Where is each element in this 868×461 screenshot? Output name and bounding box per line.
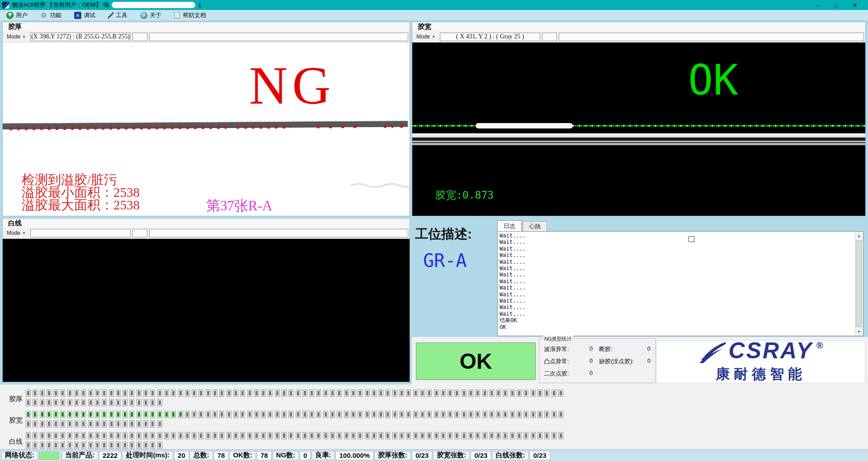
mode-dropdown[interactable]: Mode▼ — [414, 33, 438, 41]
indicator-cell — [254, 432, 259, 439]
indicator-cell — [185, 432, 190, 439]
indicator-cell — [552, 390, 557, 397]
log-checkbox[interactable] — [689, 236, 694, 242]
indicator-cell — [552, 411, 557, 418]
ng-stats-groupbox: NG类型统计 波浪异常:0断胶:0凸点异常:0缺胶(没点胶):0二次点胶:0 — [539, 338, 656, 383]
indicator-cell — [53, 442, 58, 449]
indicator-cell — [544, 390, 549, 397]
mode-dropdown[interactable]: Mode▼ — [4, 229, 28, 238]
toolbar-box — [149, 33, 408, 41]
log-scrollbar[interactable]: ▲ ▼ — [855, 232, 863, 335]
indicator-cell — [143, 399, 148, 406]
indicator-cell — [150, 442, 155, 449]
scroll-up-icon[interactable]: ▲ — [855, 232, 863, 239]
menu-bar: 用户功能调试工具关于帮助文档 — [0, 10, 868, 21]
indicator-cell — [192, 411, 197, 418]
pixel-readout: (X 398,Y 1272) : (R 255,G 255,B 255) — [30, 33, 131, 41]
menu-item-label: 调试 — [84, 11, 95, 19]
indicator-cell — [116, 442, 121, 449]
indicator-cell — [123, 390, 127, 397]
status-label: 处理时间(ms): — [122, 451, 173, 460]
log-list[interactable]: ▲ ▼ Wait....Wait....Wait....Wait....Wait… — [497, 231, 863, 336]
indicator-cell — [309, 432, 314, 439]
baixian-image-view[interactable] — [3, 239, 410, 382]
log-line: 结果OK — [500, 317, 854, 323]
status-value: 0/23 — [529, 451, 550, 460]
indicator-cell — [358, 411, 363, 418]
indicator-cell — [268, 390, 273, 397]
indicator-cell — [157, 420, 162, 428]
menu-item-about[interactable]: 关于 — [138, 10, 166, 20]
indicator-cell — [129, 420, 134, 428]
status-label: OK数: — [229, 451, 256, 460]
log-line: Wait.... — [500, 285, 854, 291]
result-ok-button[interactable]: OK — [416, 342, 536, 380]
status-label: 白线张数: — [492, 451, 528, 460]
indicator-cell — [316, 390, 321, 397]
log-tab-bar: 日志心跳 — [497, 220, 863, 231]
menu-item-debug[interactable]: 调试 — [72, 10, 100, 20]
menu-item-help[interactable]: 帮助文档 — [172, 10, 211, 20]
indicator-cell — [88, 411, 93, 418]
tab-heartbeat[interactable]: 心跳 — [523, 221, 547, 231]
jiaohou-image-view[interactable]: NG 检测到溢胶/脏污 溢胶最小面积：2538 溢胶最大面积：2538 第37张… — [3, 43, 410, 216]
indicator-cell — [129, 390, 134, 397]
maximize-button[interactable]: □ — [826, 0, 845, 10]
indicator-cell — [378, 390, 383, 397]
indicator-cell — [399, 390, 404, 397]
indicator-cell — [123, 442, 127, 449]
log-line: Wait.... — [500, 246, 854, 252]
indicator-cell — [434, 411, 439, 418]
indicator-cell — [454, 390, 459, 397]
logo-swoosh-icon — [698, 342, 727, 364]
indicator-cell — [178, 411, 183, 418]
indicator-cell — [489, 411, 494, 418]
log-line: Wait.... — [500, 304, 854, 310]
indicator-cell — [198, 432, 203, 439]
status-value: 100.000% — [335, 451, 373, 460]
jiaokuan-image-view[interactable]: OK 胶宽:0.873 — [412, 43, 865, 216]
indicator-cell — [129, 442, 134, 449]
tab-log[interactable]: 日志 — [497, 220, 522, 231]
indicator-cell — [123, 411, 127, 418]
toolbar-box — [559, 33, 864, 41]
minimize-button[interactable]: – — [807, 0, 826, 10]
status-value: 0/23 — [471, 451, 491, 460]
indicator-cell — [212, 390, 217, 397]
ng-stat-item: 二次点胶:0 — [544, 370, 599, 378]
indicator-cell — [95, 399, 100, 406]
indicator-cell — [116, 390, 121, 397]
station-desc-label: 工位描述: — [415, 225, 472, 243]
pixel-readout — [30, 229, 131, 238]
indicator-cell — [226, 411, 231, 418]
indicator-cell — [365, 390, 370, 397]
menu-item-tools[interactable]: 工具 — [106, 10, 132, 20]
indicator-cell — [102, 432, 107, 439]
defect-marks — [7, 125, 226, 131]
indicator-cell — [192, 432, 197, 439]
scroll-down-icon[interactable]: ▼ — [855, 328, 863, 335]
indicator-cell — [137, 420, 142, 428]
close-button[interactable]: ✕ — [845, 0, 864, 10]
menu-item-user[interactable]: 用户 — [5, 10, 32, 20]
title-redaction-scribble — [112, 2, 195, 8]
log-line: Wait.... — [500, 298, 854, 304]
chevron-down-icon: ▼ — [22, 35, 26, 39]
indicator-cell — [275, 432, 280, 439]
indicator-cell — [164, 432, 169, 439]
indicator-cell — [137, 432, 142, 439]
indicator-cell — [552, 432, 557, 439]
indicator-cell — [503, 411, 508, 418]
indicator-cell — [26, 390, 31, 397]
indicator-cell — [26, 432, 31, 439]
indicator-cell — [116, 432, 121, 439]
indicator-cell — [496, 432, 501, 439]
mode-dropdown[interactable]: Mode▼ — [4, 33, 28, 41]
indicator-cell — [275, 411, 280, 418]
scrollbar-thumb[interactable] — [856, 240, 862, 327]
indicator-cell — [385, 411, 390, 418]
menu-item-function[interactable]: 功能 — [38, 10, 66, 20]
indicator-cell — [233, 390, 238, 397]
indicator-cell — [399, 411, 404, 418]
indicator-cell — [157, 432, 162, 439]
